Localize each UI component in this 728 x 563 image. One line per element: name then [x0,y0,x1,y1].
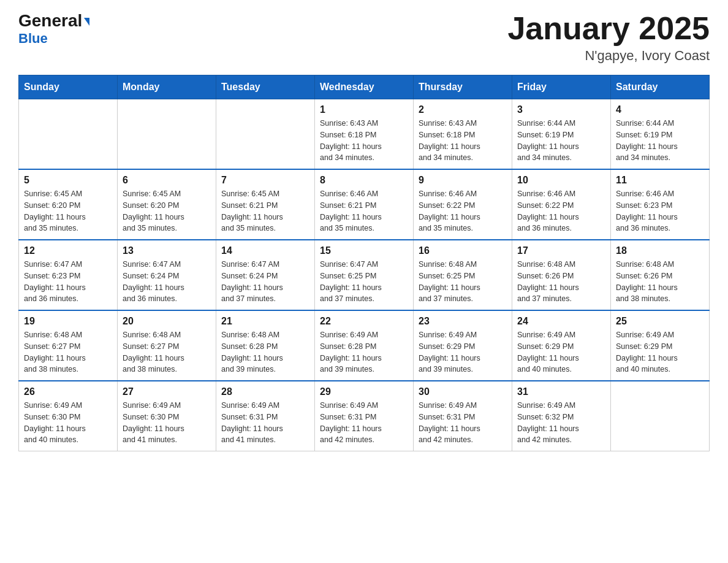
cell-info: Sunrise: 6:48 AM Sunset: 6:26 PM Dayligh… [517,259,605,305]
cell-day-number: 22 [320,316,408,327]
cell-info: Sunrise: 6:46 AM Sunset: 6:22 PM Dayligh… [517,188,605,234]
calendar-week-4: 19Sunrise: 6:48 AM Sunset: 6:27 PM Dayli… [19,310,710,381]
cell-day-number: 18 [616,245,704,256]
calendar-cell: 27Sunrise: 6:49 AM Sunset: 6:30 PM Dayli… [118,381,216,451]
cell-info: Sunrise: 6:49 AM Sunset: 6:30 PM Dayligh… [24,400,112,446]
cell-day-number: 14 [221,245,309,256]
calendar-cell: 17Sunrise: 6:48 AM Sunset: 6:26 PM Dayli… [512,240,611,310]
header-cell-thursday: Thursday [414,75,512,99]
calendar-cell: 4Sunrise: 6:44 AM Sunset: 6:19 PM Daylig… [611,99,710,170]
calendar-cell: 2Sunrise: 6:43 AM Sunset: 6:18 PM Daylig… [414,99,512,170]
calendar-cell: 7Sunrise: 6:45 AM Sunset: 6:21 PM Daylig… [216,169,315,240]
calendar-cell [118,99,216,170]
logo-general: General [18,11,82,30]
page-header: General Blue January 2025 N'gapye, Ivory… [18,12,710,64]
calendar-cell: 13Sunrise: 6:47 AM Sunset: 6:24 PM Dayli… [118,240,216,310]
cell-day-number: 13 [123,245,211,256]
calendar-cell: 9Sunrise: 6:46 AM Sunset: 6:22 PM Daylig… [414,169,512,240]
cell-day-number: 2 [419,104,507,115]
calendar-table: SundayMondayTuesdayWednesdayThursdayFrid… [18,75,710,451]
cell-day-number: 3 [517,104,605,115]
cell-info: Sunrise: 6:47 AM Sunset: 6:23 PM Dayligh… [24,259,112,305]
cell-info: Sunrise: 6:47 AM Sunset: 6:25 PM Dayligh… [320,259,408,305]
header-cell-tuesday: Tuesday [216,75,315,99]
calendar-cell: 3Sunrise: 6:44 AM Sunset: 6:19 PM Daylig… [512,99,611,170]
cell-info: Sunrise: 6:46 AM Sunset: 6:21 PM Dayligh… [320,188,408,234]
calendar-week-1: 1Sunrise: 6:43 AM Sunset: 6:18 PM Daylig… [19,99,710,170]
calendar-cell: 19Sunrise: 6:48 AM Sunset: 6:27 PM Dayli… [19,310,118,381]
logo: General Blue [18,12,89,47]
cell-day-number: 19 [24,316,112,327]
calendar-cell: 31Sunrise: 6:49 AM Sunset: 6:32 PM Dayli… [512,381,611,451]
calendar-cell: 29Sunrise: 6:49 AM Sunset: 6:31 PM Dayli… [315,381,414,451]
logo-blue: Blue [18,31,48,47]
calendar-cell: 26Sunrise: 6:49 AM Sunset: 6:30 PM Dayli… [19,381,118,451]
cell-day-number: 7 [221,175,309,186]
cell-day-number: 11 [616,175,704,186]
cell-day-number: 24 [517,316,605,327]
cell-info: Sunrise: 6:46 AM Sunset: 6:23 PM Dayligh… [616,188,704,234]
cell-info: Sunrise: 6:43 AM Sunset: 6:18 PM Dayligh… [419,118,507,164]
calendar-week-3: 12Sunrise: 6:47 AM Sunset: 6:23 PM Dayli… [19,240,710,310]
cell-day-number: 23 [419,316,507,327]
cell-day-number: 9 [419,175,507,186]
cell-day-number: 26 [24,386,112,397]
calendar-cell: 18Sunrise: 6:48 AM Sunset: 6:26 PM Dayli… [611,240,710,310]
cell-day-number: 10 [517,175,605,186]
calendar-body: 1Sunrise: 6:43 AM Sunset: 6:18 PM Daylig… [19,99,710,451]
cell-day-number: 6 [123,175,211,186]
cell-info: Sunrise: 6:47 AM Sunset: 6:24 PM Dayligh… [123,259,211,305]
cell-info: Sunrise: 6:49 AM Sunset: 6:29 PM Dayligh… [419,329,507,375]
cell-info: Sunrise: 6:48 AM Sunset: 6:27 PM Dayligh… [123,329,211,375]
cell-day-number: 1 [320,104,408,115]
cell-info: Sunrise: 6:49 AM Sunset: 6:31 PM Dayligh… [221,400,309,446]
cell-day-number: 20 [123,316,211,327]
logo-text: General [18,12,89,29]
title-block: January 2025 N'gapye, Ivory Coast [507,12,710,64]
calendar-cell: 14Sunrise: 6:47 AM Sunset: 6:24 PM Dayli… [216,240,315,310]
cell-day-number: 31 [517,386,605,397]
cell-info: Sunrise: 6:46 AM Sunset: 6:22 PM Dayligh… [419,188,507,234]
calendar-cell: 5Sunrise: 6:45 AM Sunset: 6:20 PM Daylig… [19,169,118,240]
cell-info: Sunrise: 6:48 AM Sunset: 6:26 PM Dayligh… [616,259,704,305]
header-cell-wednesday: Wednesday [315,75,414,99]
cell-info: Sunrise: 6:48 AM Sunset: 6:28 PM Dayligh… [221,329,309,375]
calendar-cell: 10Sunrise: 6:46 AM Sunset: 6:22 PM Dayli… [512,169,611,240]
header-cell-sunday: Sunday [19,75,118,99]
cell-day-number: 5 [24,175,112,186]
cell-info: Sunrise: 6:49 AM Sunset: 6:28 PM Dayligh… [320,329,408,375]
cell-info: Sunrise: 6:43 AM Sunset: 6:18 PM Dayligh… [320,118,408,164]
calendar-cell: 30Sunrise: 6:49 AM Sunset: 6:31 PM Dayli… [414,381,512,451]
calendar-week-2: 5Sunrise: 6:45 AM Sunset: 6:20 PM Daylig… [19,169,710,240]
cell-day-number: 27 [123,386,211,397]
cell-info: Sunrise: 6:44 AM Sunset: 6:19 PM Dayligh… [517,118,605,164]
header-cell-monday: Monday [118,75,216,99]
cell-info: Sunrise: 6:49 AM Sunset: 6:30 PM Dayligh… [123,400,211,446]
cell-day-number: 21 [221,316,309,327]
cell-info: Sunrise: 6:45 AM Sunset: 6:20 PM Dayligh… [24,188,112,234]
calendar-cell [216,99,315,170]
calendar-cell: 6Sunrise: 6:45 AM Sunset: 6:20 PM Daylig… [118,169,216,240]
cell-day-number: 16 [419,245,507,256]
cell-day-number: 17 [517,245,605,256]
cell-info: Sunrise: 6:45 AM Sunset: 6:20 PM Dayligh… [123,188,211,234]
cell-info: Sunrise: 6:49 AM Sunset: 6:31 PM Dayligh… [320,400,408,446]
cell-day-number: 29 [320,386,408,397]
calendar-title: January 2025 [507,12,710,44]
header-row: SundayMondayTuesdayWednesdayThursdayFrid… [19,75,710,99]
calendar-cell: 28Sunrise: 6:49 AM Sunset: 6:31 PM Dayli… [216,381,315,451]
cell-day-number: 28 [221,386,309,397]
cell-info: Sunrise: 6:47 AM Sunset: 6:24 PM Dayligh… [221,259,309,305]
cell-info: Sunrise: 6:49 AM Sunset: 6:29 PM Dayligh… [517,329,605,375]
calendar-cell: 15Sunrise: 6:47 AM Sunset: 6:25 PM Dayli… [315,240,414,310]
calendar-cell: 1Sunrise: 6:43 AM Sunset: 6:18 PM Daylig… [315,99,414,170]
calendar-cell: 22Sunrise: 6:49 AM Sunset: 6:28 PM Dayli… [315,310,414,381]
calendar-cell: 8Sunrise: 6:46 AM Sunset: 6:21 PM Daylig… [315,169,414,240]
cell-day-number: 15 [320,245,408,256]
calendar-cell: 24Sunrise: 6:49 AM Sunset: 6:29 PM Dayli… [512,310,611,381]
cell-info: Sunrise: 6:48 AM Sunset: 6:27 PM Dayligh… [24,329,112,375]
cell-day-number: 4 [616,104,704,115]
calendar-week-5: 26Sunrise: 6:49 AM Sunset: 6:30 PM Dayli… [19,381,710,451]
calendar-cell: 12Sunrise: 6:47 AM Sunset: 6:23 PM Dayli… [19,240,118,310]
header-cell-saturday: Saturday [611,75,710,99]
